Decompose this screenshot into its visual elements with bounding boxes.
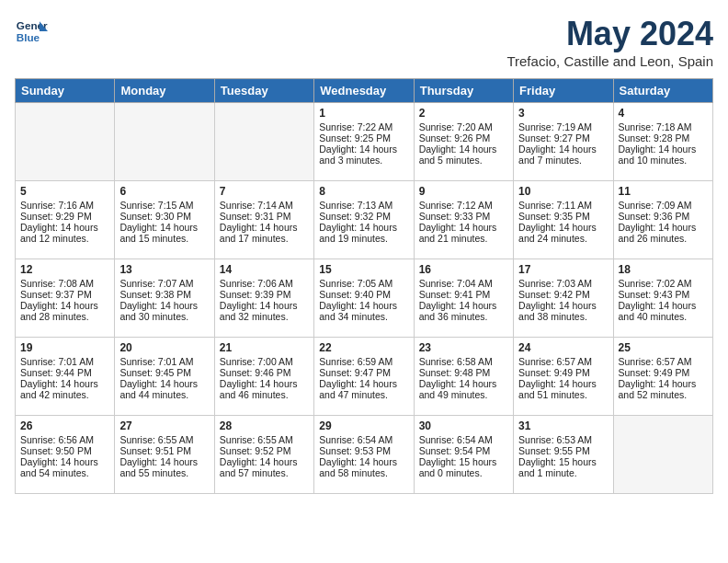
daylight-hours: Daylight: 14 hours and 57 minutes.: [220, 456, 309, 478]
day-number: 6: [119, 185, 209, 198]
calendar-cell: 30Sunrise: 6:54 AMSunset: 9:54 PMDayligh…: [414, 416, 513, 494]
location: Trefacio, Castille and Leon, Spain: [506, 53, 713, 69]
day-number: 23: [419, 341, 508, 354]
daylight-hours: Daylight: 14 hours and 30 minutes.: [119, 300, 209, 322]
sunrise: Sunrise: 7:07 AM: [119, 278, 209, 289]
sunset: Sunset: 9:33 PM: [419, 211, 508, 222]
daylight-hours: Daylight: 14 hours and 52 minutes.: [619, 378, 708, 400]
daylight-hours: Daylight: 14 hours and 54 minutes.: [20, 456, 109, 478]
calendar-cell: 3Sunrise: 7:19 AMSunset: 9:27 PMDaylight…: [514, 103, 613, 181]
calendar-cell: 11Sunrise: 7:09 AMSunset: 9:36 PMDayligh…: [613, 181, 712, 259]
calendar-cell: 25Sunrise: 6:57 AMSunset: 9:49 PMDayligh…: [613, 338, 712, 416]
day-number: 8: [319, 185, 408, 198]
calendar-cell: 23Sunrise: 6:58 AMSunset: 9:48 PMDayligh…: [414, 338, 513, 416]
day-number: 30: [419, 419, 508, 432]
day-number: 1: [319, 107, 408, 120]
daylight-hours: Daylight: 14 hours and 5 minutes.: [419, 144, 508, 166]
sunset: Sunset: 9:35 PM: [518, 211, 608, 222]
calendar-cell: 27Sunrise: 6:55 AMSunset: 9:51 PMDayligh…: [115, 416, 214, 494]
day-of-week-thursday: Thursday: [414, 79, 513, 103]
sunset: Sunset: 9:44 PM: [20, 367, 109, 378]
week-row-4: 19Sunrise: 7:01 AMSunset: 9:44 PMDayligh…: [16, 338, 713, 416]
day-number: 12: [20, 263, 109, 276]
day-number: 11: [619, 185, 708, 198]
calendar-cell: 17Sunrise: 7:03 AMSunset: 9:42 PMDayligh…: [514, 259, 613, 338]
calendar-cell: 13Sunrise: 7:07 AMSunset: 9:38 PMDayligh…: [115, 259, 214, 338]
day-of-week-friday: Friday: [514, 79, 613, 103]
daylight-hours: Daylight: 14 hours and 7 minutes.: [518, 144, 608, 166]
day-number: 9: [419, 185, 508, 198]
sunrise: Sunrise: 7:18 AM: [619, 121, 708, 132]
sunset: Sunset: 9:37 PM: [20, 289, 109, 300]
week-row-1: 1Sunrise: 7:22 AMSunset: 9:25 PMDaylight…: [16, 103, 713, 181]
sunset: Sunset: 9:41 PM: [419, 289, 508, 300]
calendar-cell: [115, 103, 214, 181]
sunset: Sunset: 9:43 PM: [619, 289, 708, 300]
logo: General Blue: [15, 15, 48, 48]
sunrise: Sunrise: 7:22 AM: [319, 121, 408, 132]
calendar-cell: 5Sunrise: 7:16 AMSunset: 9:29 PMDaylight…: [16, 181, 115, 259]
daylight-hours: Daylight: 14 hours and 34 minutes.: [319, 300, 408, 322]
sunrise: Sunrise: 7:03 AM: [518, 278, 608, 289]
day-number: 17: [518, 263, 608, 276]
daylight-hours: Daylight: 14 hours and 44 minutes.: [119, 378, 209, 400]
sunset: Sunset: 9:36 PM: [619, 211, 708, 222]
sunrise: Sunrise: 7:05 AM: [319, 278, 408, 289]
week-row-2: 5Sunrise: 7:16 AMSunset: 9:29 PMDaylight…: [16, 181, 713, 259]
day-number: 7: [220, 185, 309, 198]
daylight-hours: Daylight: 15 hours and 1 minute.: [518, 456, 608, 478]
sunset: Sunset: 9:50 PM: [20, 445, 109, 456]
sunset: Sunset: 9:53 PM: [319, 445, 408, 456]
daylight-hours: Daylight: 14 hours and 42 minutes.: [20, 378, 109, 400]
sunset: Sunset: 9:25 PM: [319, 132, 408, 144]
day-of-week-wednesday: Wednesday: [314, 79, 414, 103]
day-number: 27: [119, 419, 209, 432]
sunset: Sunset: 9:39 PM: [220, 289, 309, 300]
calendar-cell: 9Sunrise: 7:12 AMSunset: 9:33 PMDaylight…: [414, 181, 513, 259]
sunrise: Sunrise: 6:59 AM: [319, 356, 408, 367]
calendar-cell: 28Sunrise: 6:55 AMSunset: 9:52 PMDayligh…: [214, 416, 313, 494]
daylight-hours: Daylight: 14 hours and 46 minutes.: [220, 378, 309, 400]
sunset: Sunset: 9:51 PM: [119, 445, 209, 456]
daylight-hours: Daylight: 14 hours and 26 minutes.: [619, 222, 708, 244]
day-of-week-tuesday: Tuesday: [214, 79, 313, 103]
sunset: Sunset: 9:30 PM: [119, 211, 209, 222]
sunrise: Sunrise: 7:01 AM: [119, 356, 209, 367]
sunrise: Sunrise: 7:04 AM: [419, 278, 508, 289]
daylight-hours: Daylight: 14 hours and 21 minutes.: [419, 222, 508, 244]
daylight-hours: Daylight: 14 hours and 32 minutes.: [220, 300, 309, 322]
sunrise: Sunrise: 7:01 AM: [20, 356, 109, 367]
sunrise: Sunrise: 6:53 AM: [518, 434, 608, 445]
calendar-cell: [613, 416, 712, 494]
daylight-hours: Daylight: 15 hours and 0 minutes.: [419, 456, 508, 478]
calendar-cell: 14Sunrise: 7:06 AMSunset: 9:39 PMDayligh…: [214, 259, 313, 338]
sunset: Sunset: 9:27 PM: [518, 132, 608, 144]
sunrise: Sunrise: 6:57 AM: [518, 356, 608, 367]
sunrise: Sunrise: 7:06 AM: [220, 278, 309, 289]
daylight-hours: Daylight: 14 hours and 36 minutes.: [419, 300, 508, 322]
day-number: 10: [518, 185, 608, 198]
sunset: Sunset: 9:47 PM: [319, 367, 408, 378]
day-number: 26: [20, 419, 109, 432]
calendar-table: SundayMondayTuesdayWednesdayThursdayFrid…: [15, 78, 713, 494]
calendar-cell: 15Sunrise: 7:05 AMSunset: 9:40 PMDayligh…: [314, 259, 414, 338]
daylight-hours: Daylight: 14 hours and 58 minutes.: [319, 456, 408, 478]
daylight-hours: Daylight: 14 hours and 38 minutes.: [518, 300, 608, 322]
sunrise: Sunrise: 6:56 AM: [20, 434, 109, 445]
sunrise: Sunrise: 7:13 AM: [319, 200, 408, 211]
calendar-cell: 6Sunrise: 7:15 AMSunset: 9:30 PMDaylight…: [115, 181, 214, 259]
sunset: Sunset: 9:45 PM: [119, 367, 209, 378]
calendar-cell: 26Sunrise: 6:56 AMSunset: 9:50 PMDayligh…: [16, 416, 115, 494]
calendar-cell: 29Sunrise: 6:54 AMSunset: 9:53 PMDayligh…: [314, 416, 414, 494]
day-number: 19: [20, 341, 109, 354]
sunset: Sunset: 9:32 PM: [319, 211, 408, 222]
day-number: 31: [518, 419, 608, 432]
day-number: 18: [619, 263, 708, 276]
logo-icon: General Blue: [15, 15, 48, 48]
daylight-hours: Daylight: 14 hours and 49 minutes.: [419, 378, 508, 400]
day-number: 5: [20, 185, 109, 198]
day-number: 3: [518, 107, 608, 120]
daylight-hours: Daylight: 14 hours and 17 minutes.: [220, 222, 309, 244]
day-number: 20: [119, 341, 209, 354]
day-number: 21: [220, 341, 309, 354]
